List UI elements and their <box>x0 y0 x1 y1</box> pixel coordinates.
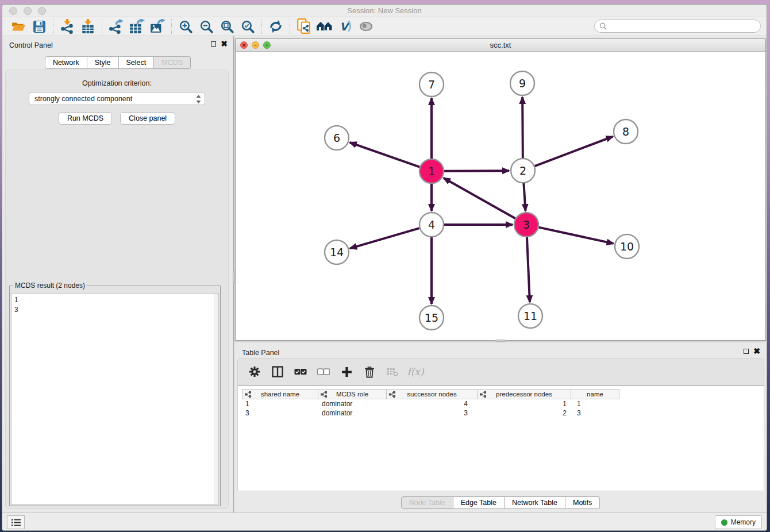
app-titlebar: Session: New Session <box>2 5 767 17</box>
vizmapper-icon[interactable]: V <box>335 18 356 34</box>
table-tabs: Node Table Edge Table Network Table Moti… <box>235 496 766 509</box>
add-column-icon[interactable] <box>339 364 354 379</box>
float-panel-icon[interactable] <box>211 41 216 47</box>
graph-edge-1-2[interactable] <box>444 171 509 171</box>
cell-mcds-role[interactable]: dominator <box>318 399 387 408</box>
graph-edge-3-1[interactable] <box>444 178 515 218</box>
cell-shared-name[interactable]: 3 <box>242 408 318 418</box>
task-list-icon <box>11 518 21 527</box>
graph-node-label: 7 <box>428 78 435 91</box>
split-handle[interactable] <box>495 340 506 342</box>
tab-mcds[interactable]: MCDS <box>154 56 191 69</box>
table-row[interactable]: 3 dominator 3 2 3 <box>242 408 619 418</box>
cell-predecessor-nodes[interactable]: 2 <box>478 408 571 418</box>
network-graph[interactable]: 7968124314101511 <box>236 52 765 341</box>
cell-name[interactable]: 1 <box>571 399 619 408</box>
graph-node-label: 2 <box>519 164 526 177</box>
column-type-icon <box>389 391 395 398</box>
tab-edge-table[interactable]: Edge Table <box>453 496 505 509</box>
cell-predecessor-nodes[interactable]: 1 <box>478 399 571 408</box>
memory-button[interactable]: Memory <box>715 515 762 529</box>
toolbar-separator <box>290 19 290 34</box>
network-window: ✕ − + scc.txt 7968124314101511 <box>235 38 766 341</box>
column-header-mcds-role[interactable]: MCDS role <box>318 389 387 399</box>
close-panel-icon[interactable]: ✖ <box>753 348 760 354</box>
search-input[interactable] <box>610 22 760 30</box>
export-table-icon[interactable] <box>126 18 147 34</box>
graph-edge-2-8[interactable] <box>535 137 613 167</box>
app-title: Session: New Session <box>2 6 767 15</box>
save-session-icon[interactable] <box>29 18 49 34</box>
unselect-all-columns-icon[interactable] <box>316 364 331 379</box>
select-all-columns-icon[interactable] <box>293 364 308 379</box>
delete-column-icon[interactable] <box>362 364 377 379</box>
graph-edge-2-3[interactable] <box>523 183 525 211</box>
tab-network-table[interactable]: Network Table <box>505 496 565 509</box>
table-row[interactable]: 1 dominator 4 1 1 <box>242 399 619 408</box>
home-icon[interactable] <box>314 18 335 34</box>
result-line: 3 <box>14 305 215 315</box>
tab-node-table[interactable]: Node Table <box>401 496 453 509</box>
mcds-result-title: MCDS result (2 nodes) <box>13 282 87 290</box>
column-type-icon <box>321 391 327 398</box>
graph-node-label: 4 <box>428 218 435 231</box>
import-table-icon[interactable] <box>78 18 98 34</box>
tab-network[interactable]: Network <box>45 56 87 69</box>
export-image-icon[interactable] <box>147 18 168 34</box>
hide-panel-eye-icon[interactable] <box>356 18 376 34</box>
graph-edge-2-9[interactable] <box>522 97 523 158</box>
close-panel-icon[interactable]: ✖ <box>221 41 228 47</box>
function-builder-icon: f(x) <box>408 364 423 379</box>
refresh-view-icon[interactable] <box>265 18 286 34</box>
cell-shared-name[interactable]: 1 <box>242 399 318 408</box>
cell-successor-nodes[interactable]: 3 <box>387 408 478 418</box>
control-panel-header: Control Panel ✖ <box>2 36 233 53</box>
search-field[interactable] <box>594 20 761 33</box>
mcds-pane: Optimization criterion: strongly connect… <box>5 70 229 509</box>
graph-node-label: 10 <box>620 240 634 253</box>
node-table[interactable]: shared name MCDS role successor nodes <box>242 389 619 418</box>
zoom-out-icon[interactable] <box>196 18 217 34</box>
mcds-result-groupbox: MCDS result (2 nodes) 1 3 <box>9 286 221 506</box>
cell-mcds-role[interactable]: dominator <box>318 408 387 418</box>
graph-edge-3-10[interactable] <box>538 228 613 244</box>
column-type-icon <box>245 391 251 398</box>
cell-successor-nodes[interactable]: 4 <box>387 399 478 408</box>
close-panel-button[interactable]: Close panel <box>120 112 175 125</box>
table-body: shared name MCDS role successor nodes <box>238 385 764 491</box>
show-columns-icon[interactable] <box>270 364 285 379</box>
optimization-criterion-select[interactable]: strongly connected component <box>29 92 205 105</box>
float-panel-icon[interactable] <box>744 349 749 354</box>
zoom-selected-icon[interactable] <box>237 18 258 34</box>
column-header-name[interactable]: name <box>571 389 619 399</box>
optimization-criterion-label: Optimization criterion: <box>6 79 228 87</box>
network-canvas[interactable]: 7968124314101511 <box>236 52 765 340</box>
graph-edge-1-6[interactable] <box>350 142 420 167</box>
open-file-icon[interactable] <box>8 18 29 34</box>
tab-select[interactable]: Select <box>119 56 155 69</box>
column-header-predecessor-nodes[interactable]: predecessor nodes <box>478 389 571 399</box>
table-content: f(x) shared name MCDS role <box>237 358 764 491</box>
zoom-in-icon[interactable] <box>175 18 196 34</box>
duplicate-network-icon[interactable] <box>294 18 314 34</box>
memory-status-icon <box>721 519 727 526</box>
graph-edge-4-14[interactable] <box>350 228 419 248</box>
zoom-fit-icon[interactable] <box>217 18 237 34</box>
tab-motifs[interactable]: Motifs <box>565 496 600 509</box>
settings-gear-icon[interactable] <box>247 364 262 379</box>
task-history-button[interactable] <box>7 515 25 529</box>
export-network-icon[interactable] <box>106 18 126 34</box>
network-window-titlebar[interactable]: ✕ − + scc.txt <box>236 39 765 52</box>
column-header-successor-nodes[interactable]: successor nodes <box>387 389 478 399</box>
import-network-icon[interactable] <box>57 18 78 34</box>
run-mcds-button[interactable]: Run MCDS <box>59 112 112 125</box>
mcds-result-list[interactable]: 1 3 <box>11 293 219 504</box>
graph-edge-3-11[interactable] <box>527 237 530 302</box>
column-header-shared-name[interactable]: shared name <box>242 389 318 399</box>
cell-name[interactable]: 3 <box>571 408 619 418</box>
control-panel: Control Panel ✖ Network Style Select MCD… <box>2 36 233 512</box>
tab-style[interactable]: Style <box>87 56 119 69</box>
table-panel: Table Panel ✖ <box>235 344 766 512</box>
result-scrollbar[interactable] <box>214 294 218 504</box>
result-line: 1 <box>14 295 215 305</box>
